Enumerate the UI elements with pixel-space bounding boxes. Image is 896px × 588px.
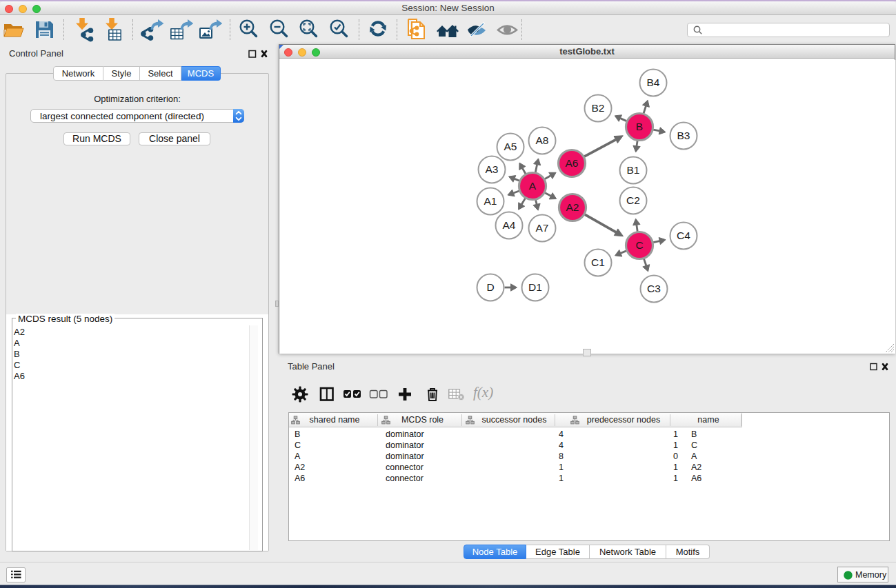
svg-text:C2: C2 [626, 194, 640, 206]
svg-text:C1: C1 [591, 256, 605, 268]
svg-text:D1: D1 [528, 281, 542, 293]
svg-text:D: D [486, 281, 494, 293]
svg-text:C4: C4 [677, 230, 690, 241]
svg-text:B2: B2 [592, 102, 605, 114]
svg-text:B4: B4 [647, 77, 660, 88]
svg-text:A2: A2 [566, 201, 579, 213]
svg-text:C: C [635, 239, 643, 251]
svg-text:A3: A3 [486, 163, 499, 175]
svg-text:B1: B1 [627, 164, 640, 176]
svg-text:C3: C3 [647, 283, 661, 294]
svg-text:A8: A8 [536, 134, 549, 146]
svg-text:A: A [529, 180, 537, 192]
svg-text:B3: B3 [677, 130, 690, 141]
svg-text:A7: A7 [536, 222, 549, 234]
svg-text:A4: A4 [503, 219, 516, 231]
svg-text:A5: A5 [504, 141, 517, 152]
svg-text:B: B [636, 121, 643, 132]
svg-text:A1: A1 [484, 195, 497, 207]
svg-text:A6: A6 [566, 157, 579, 169]
